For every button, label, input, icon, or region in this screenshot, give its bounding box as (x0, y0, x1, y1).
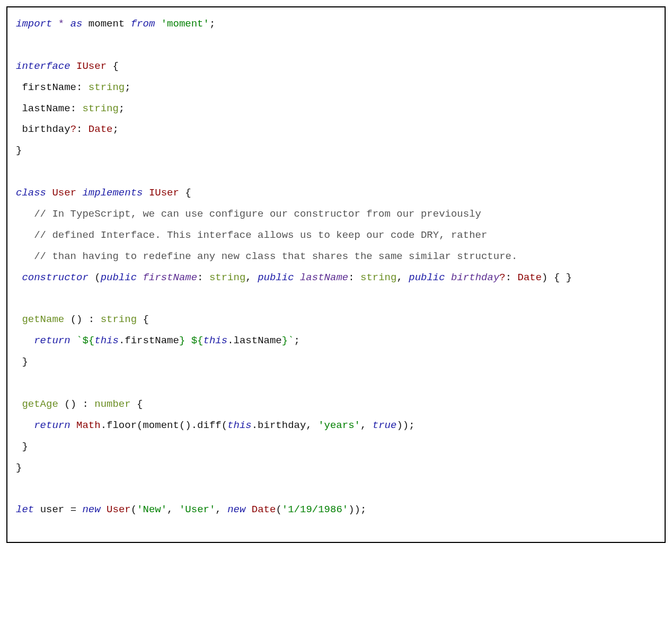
line: } (16, 441, 28, 452)
line: // In TypeScript, we can use configure o… (16, 208, 481, 220)
line: return `${this.firstName} ${this.lastNam… (16, 335, 300, 346)
line: import * as moment from 'moment'; (16, 18, 215, 30)
line: class User implements IUser { (16, 187, 191, 199)
code-block: import * as moment from 'moment'; interf… (6, 6, 666, 543)
line: } (16, 356, 28, 368)
line: getName () : string { (16, 314, 149, 325)
line: } (16, 145, 22, 156)
line: constructor (public firstName: string, p… (16, 272, 572, 283)
line: return Math.floor(moment().diff(this.bir… (16, 420, 415, 431)
line: // defined Interface. This interface all… (16, 229, 487, 241)
line: lastName: string; (16, 103, 125, 114)
line: } (16, 462, 22, 474)
line: // than having to redefine any new class… (16, 251, 517, 262)
line: firstName: string; (16, 82, 131, 93)
line: birthday?: Date; (16, 123, 119, 135)
line: let user = new User('New', 'User', new D… (16, 504, 366, 515)
line: interface IUser { (16, 60, 119, 72)
line: getAge () : number { (16, 398, 143, 410)
